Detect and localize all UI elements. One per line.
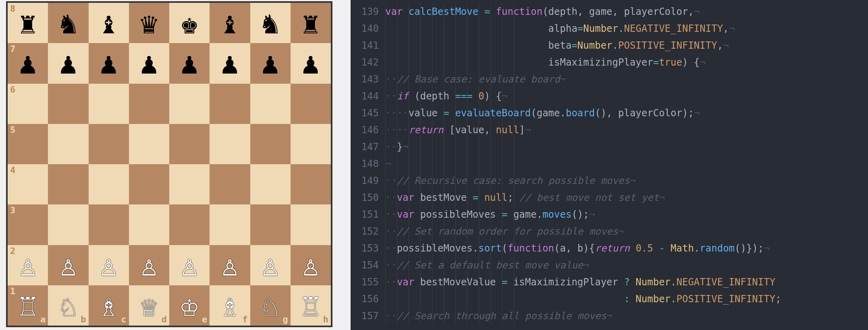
piece-wp[interactable]: ♙: [100, 250, 118, 280]
piece-wq[interactable]: ♕: [140, 291, 158, 320]
square-b1[interactable]: b♘: [48, 285, 88, 326]
square-d4[interactable]: [129, 164, 169, 204]
square-a8[interactable]: 8♜: [8, 3, 48, 43]
square-f2[interactable]: ♙: [210, 245, 250, 285]
square-f7[interactable]: ♟: [210, 43, 250, 83]
piece-bk[interactable]: ♚: [181, 8, 199, 38]
code-line-154[interactable]: ··// Set a default best move value¬: [385, 257, 868, 274]
piece-wp[interactable]: ♙: [261, 250, 279, 280]
piece-wr[interactable]: ♖: [19, 291, 37, 320]
square-c8[interactable]: ♝: [89, 3, 129, 43]
code-area[interactable]: var calcBestMove = function(depth, game,…: [385, 0, 868, 330]
square-a2[interactable]: 2♙: [8, 245, 48, 285]
square-b5[interactable]: [48, 124, 88, 164]
code-line-145[interactable]: ····value = evaluateBoard(game.board(), …: [385, 105, 868, 122]
square-e8[interactable]: ♚: [169, 3, 210, 43]
square-f8[interactable]: ♝: [210, 3, 250, 43]
piece-wp[interactable]: ♙: [302, 250, 320, 280]
square-a1[interactable]: 1a♖: [8, 285, 48, 326]
piece-wk[interactable]: ♔: [181, 291, 199, 320]
square-e6[interactable]: [169, 84, 210, 124]
square-d1[interactable]: d♕: [129, 285, 169, 326]
square-d3[interactable]: [129, 204, 169, 245]
square-b7[interactable]: ♟: [48, 43, 88, 83]
square-b6[interactable]: [48, 84, 88, 124]
square-g1[interactable]: g♘: [250, 285, 291, 326]
piece-wb[interactable]: ♗: [100, 291, 118, 320]
piece-bp[interactable]: ♟: [140, 48, 158, 78]
code-line-143[interactable]: ··// Base case: evaluate board¬: [385, 71, 868, 88]
piece-wr[interactable]: ♖: [302, 291, 320, 320]
square-d2[interactable]: ♙: [129, 245, 169, 285]
code-line-139[interactable]: var calcBestMove = function(depth, game,…: [385, 3, 868, 20]
code-line-144[interactable]: ··if (depth === 0) {¬: [385, 88, 868, 105]
square-d7[interactable]: ♟: [129, 43, 169, 83]
piece-bp[interactable]: ♟: [100, 48, 118, 78]
square-d5[interactable]: [129, 124, 169, 164]
chess-board[interactable]: 8♜♞♝♛♚♝♞♜7♟♟♟♟♟♟♟♟65432♙♙♙♙♙♙♙♙1a♖b♘c♗d♕…: [6, 1, 332, 327]
piece-wn[interactable]: ♘: [261, 291, 279, 320]
square-f1[interactable]: f♗: [210, 285, 250, 326]
square-h2[interactable]: ♙: [291, 245, 331, 285]
square-g3[interactable]: [250, 204, 291, 245]
piece-bn[interactable]: ♞: [59, 8, 77, 38]
square-e3[interactable]: [169, 204, 210, 245]
piece-wn[interactable]: ♘: [59, 291, 77, 320]
piece-bp[interactable]: ♟: [221, 48, 239, 78]
square-g6[interactable]: [250, 84, 291, 124]
piece-wp[interactable]: ♙: [140, 250, 158, 280]
code-line-157[interactable]: ··// Search through all possible moves¬: [385, 307, 868, 324]
code-line-150[interactable]: ··var bestMove = null; // best move not …: [385, 189, 868, 206]
square-f4[interactable]: [210, 164, 250, 204]
square-h4[interactable]: [291, 164, 331, 204]
piece-bp[interactable]: ♟: [181, 48, 199, 78]
square-g8[interactable]: ♞: [250, 3, 291, 43]
square-f6[interactable]: [210, 84, 250, 124]
square-h8[interactable]: ♜: [291, 3, 331, 43]
code-line-141[interactable]: beta=Number.POSITIVE_INFINITY,¬: [385, 37, 868, 54]
code-line-156[interactable]: : Number.POSITIVE_INFINITY;: [385, 291, 868, 307]
piece-br[interactable]: ♜: [302, 8, 320, 38]
code-line-140[interactable]: alpha=Number.NEGATIVE_INFINITY,¬: [385, 20, 868, 37]
piece-bb[interactable]: ♝: [100, 8, 118, 38]
square-h5[interactable]: [291, 124, 331, 164]
square-b8[interactable]: ♞: [48, 3, 88, 43]
piece-bp[interactable]: ♟: [19, 48, 37, 78]
square-d8[interactable]: ♛: [129, 3, 169, 43]
square-e4[interactable]: [169, 164, 210, 204]
square-c6[interactable]: [89, 84, 129, 124]
square-c1[interactable]: c♗: [89, 285, 129, 326]
piece-bp[interactable]: ♟: [59, 48, 77, 78]
square-c5[interactable]: [89, 124, 129, 164]
code-line-153[interactable]: ··possibleMoves.sort(function(a, b){retu…: [385, 240, 868, 257]
code-line-155[interactable]: ··var bestMoveValue = isMaximizingPlayer…: [385, 274, 868, 291]
square-a3[interactable]: 3: [8, 204, 48, 245]
code-line-151[interactable]: ··var possibleMoves = game.moves();¬: [385, 206, 868, 223]
code-line-148[interactable]: ¬: [385, 155, 868, 172]
piece-bq[interactable]: ♛: [140, 8, 158, 38]
code-line-142[interactable]: isMaximizingPlayer=true) {¬: [385, 54, 868, 71]
square-e7[interactable]: ♟: [169, 43, 210, 83]
code-line-147[interactable]: ··}¬: [385, 138, 868, 155]
piece-bb[interactable]: ♝: [221, 8, 239, 38]
square-b4[interactable]: [48, 164, 88, 204]
square-g2[interactable]: ♙: [250, 245, 291, 285]
piece-wp[interactable]: ♙: [181, 250, 199, 280]
square-a5[interactable]: 5: [8, 124, 48, 164]
square-f5[interactable]: [210, 124, 250, 164]
code-line-152[interactable]: ··// Set random order for possible moves…: [385, 223, 868, 240]
square-c7[interactable]: ♟: [89, 43, 129, 83]
code-line-149[interactable]: ··// Recursive case: search possible mov…: [385, 172, 868, 189]
piece-bp[interactable]: ♟: [302, 48, 320, 78]
square-h6[interactable]: [291, 84, 331, 124]
square-e1[interactable]: e♔: [169, 285, 210, 326]
piece-bp[interactable]: ♟: [261, 48, 279, 78]
square-g5[interactable]: [250, 124, 291, 164]
square-g4[interactable]: [250, 164, 291, 204]
square-h7[interactable]: ♟: [291, 43, 331, 83]
piece-wp[interactable]: ♙: [221, 250, 239, 280]
code-line-146[interactable]: ····return [value, null]¬: [385, 122, 868, 138]
piece-bn[interactable]: ♞: [261, 8, 279, 38]
square-c3[interactable]: [89, 204, 129, 245]
square-d6[interactable]: [129, 84, 169, 124]
